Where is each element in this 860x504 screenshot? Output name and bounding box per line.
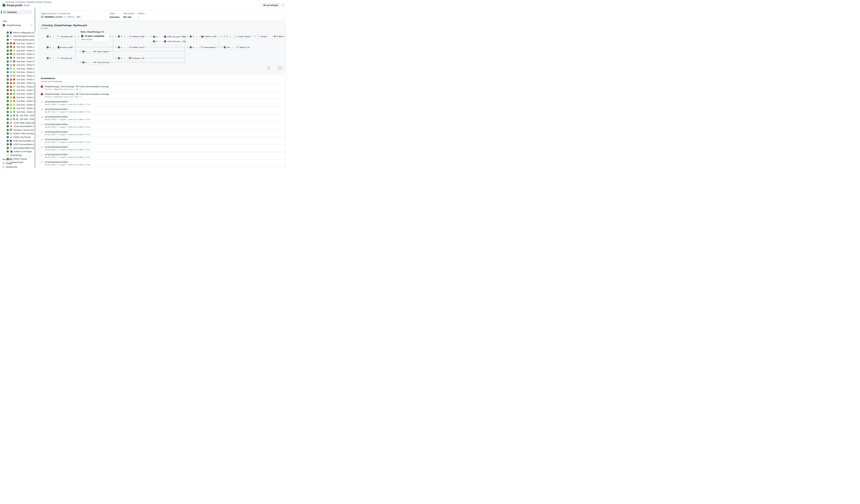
check-icon: ✓ [6,39,9,41]
annotation-message: macOS doesn't support removing hidden fi… [45,118,91,120]
sidebar-job-item[interactable]: ✓Unit Tests - Python 3.9 [0,60,34,63]
sidebar-job-item[interactable]: ✓HTML Documentation using ... [0,139,34,143]
graph-node-extract[interactable]: ✓S... / ... /Extract configur...4s [45,45,72,49]
annotation-title[interactable]: SimplePackage / DocCoverage /Check docum… [45,93,109,95]
sidebar-job-item[interactable]: ✓Check Static Typing using Pyt... [0,121,34,125]
sidebar-job-item[interactable]: ✓Package in Source and Wheel... [0,128,34,132]
graph-node-create-release[interactable]: S... / ... /Create 'Release Pa... [222,34,249,39]
sidebar-job-item[interactable]: ✓✎Generate pipeline parameters [0,38,34,42]
sidebar-job-item[interactable]: ✓Unit Tests - Python 3.12 [0,117,34,121]
graph-node-intermediate[interactable]: ✓S... / ... /Intermediate A...16s [188,45,215,49]
sidebar-job-item[interactable]: ✓Unit Tests - Python 3.13 [0,74,34,78]
sidebar-job-item[interactable]: ✓Unit Tests - Python 3.10 [0,81,34,85]
scrollbar-up-arrow[interactable] [34,8,35,8]
commit-sha[interactable]: d0f07e1 [68,16,74,18]
sidebar-job-item[interactable]: ✓Unit Tests - Python 3.9 [0,96,34,99]
check-icon: ✓ [6,42,9,45]
annotation-title[interactable]: pyTooling/upload-artifact [45,101,91,103]
commit-icon [64,16,67,18]
sidebar-group-simplepackage[interactable]: ✓ SimplePackage [3,24,32,27]
sidebar-job-item[interactable]: ✓Unit Tests - Python 3.9 [0,78,34,81]
breadcrumb-label[interactable]: Verification of Pipeline Templates (Simp… [5,1,52,3]
breadcrumb[interactable]: ← Verification of Pipeline Templates (Si… [2,1,52,3]
sidebar-job-item[interactable]: ✓Extract configurations from p... [0,31,34,34]
group-node-row[interactable]: ✓S... / ... /LaTeX Docume...51s [151,39,182,44]
windows-icon [10,64,12,66]
graph-node-publish-pypi[interactable]: Simple... / ... /Publish to PyPI [256,34,285,39]
graph-node-package[interactable]: ✓S... / ... /Package in Sou...18s [116,56,144,60]
actor-name[interactable]: Paebbels [45,16,54,18]
graph-node-publish-code-cov[interactable]: ✓S... / ... /Publish Code C...20s [116,34,144,39]
sidebar-job-item[interactable]: ✓Unit Tests - Python 3.9 [0,42,34,45]
sidebar-item-workflow-file[interactable]: Workflow file [0,165,34,168]
sidebar-job-item[interactable]: ✓LaTeX Documentation using ... [0,143,34,146]
graph-node-gh-pages[interactable]: ✓S... / ... /Publish to GH-P...7s [188,34,215,39]
check-icon: ✓ [6,60,9,62]
graph-node-generate-2[interactable]: ✓S... / ... /✎Generate pipelin...0s [45,56,72,60]
sidebar-job-item[interactable]: ✓Publish Test Results [0,135,34,139]
annotation-title[interactable]: pyTooling/upload-artifact [45,153,91,156]
group-node-row[interactable]: ✓S... / ... /HTML Docume...55s [151,34,182,39]
sidebar-job-item[interactable]: ✓Unit Tests - Python 3.11 [0,49,34,53]
show-all-jobs-link[interactable]: Show all jobs [81,38,108,41]
annotation-title[interactable]: pyTooling/upload-artifact [45,131,91,133]
graph-node-artifact-cleanup[interactable]: ✓Sim... / ... /Artifact Cleanup4s [222,45,249,49]
sidebar-job-item[interactable]: ✓Unit Tests - Python 3.13 [0,92,34,96]
zoom-out-button[interactable]: − [273,66,277,70]
sidebar-job-item[interactable]: ✓Unit Tests - Python 3.12 [0,71,34,74]
annotation-title-text: pyTooling/upload-artifact [45,131,68,133]
fullscreen-button[interactable] [267,66,271,70]
annotation-row-error: ✗SimplePackage / DocCoverage /Check docu… [38,91,285,99]
sidebar-job-item[interactable]: ✓Publish to GH-Pages [0,150,34,154]
annotation-title[interactable]: pyTooling/upload-artifact [45,138,91,141]
node-label: Extract configur... [60,46,72,48]
annotation-title[interactable]: pyTooling/upload-artifact [45,123,91,125]
sidebar-job-item[interactable]: ReleasePage [0,153,34,157]
scrollbar-thumb[interactable] [34,8,35,32]
graph-node-publish-test[interactable]: ✓S... / ... /Publish Test Re...13s [116,45,144,49]
zoom-in-button[interactable]: + [277,66,282,70]
sidebar-item-summary[interactable]: Summary [2,10,32,14]
sidebar-job-item[interactable]: ✓Unit Tests - Python 3.12 [0,106,34,110]
annotation-title[interactable]: pyTooling/upload-artifact [45,161,91,163]
sidebar-job-item[interactable]: ✓✎Generate pipeline parameters [0,34,34,38]
sidebar-job-item[interactable]: ✓Publish Code Coverage Results [0,132,34,135]
scrollbar-thumb-lower[interactable] [34,83,35,168]
branch-badge[interactable]: dev [76,16,81,18]
avatar[interactable] [41,15,43,18]
sidebar-job-item[interactable]: ✓Unit Tests - Python 3.10 [0,99,34,103]
job-label: LaTeX Documentation using ... [13,143,34,145]
sidebar-job-item[interactable]: ✓Unit Tests - Python 3.13 [0,56,34,60]
annotation-row-warning: ⚠pyTooling/upload-artifactmacOS doesn't … [38,99,285,106]
sidebar-job-item[interactable]: ✓Unit Tests - Python 3.10 [0,45,34,49]
graph-node-check-doc[interactable]: ✓S... / ... /Check docume...18s [81,60,109,64]
graph-node-check-static[interactable]: ✓S... / ... /Check Static Ty...17s [81,49,109,54]
linux-icon [10,46,12,48]
sidebar-job-item[interactable]: ✓Unit Tests - Python 3.11 [0,67,34,71]
annotation-title[interactable]: SimplePackage / DocCoverage /Check docum… [45,85,109,88]
graph-node-generate-1[interactable]: ✓S... / ... /✎Generate pipelin...0s [45,34,72,39]
sidebar-item-usage[interactable]: Usage [0,162,34,165]
sidebar-job-item[interactable]: ✓Unit Tests - Python 3.11 [0,103,34,106]
sidebar-job-item[interactable]: ✓Unit Tests - Python 3.12 [0,114,34,117]
back-arrow-icon[interactable]: ← [2,1,4,3]
sidebar-job-item[interactable]: ✓Check documentation covera... [0,125,34,128]
sidebar-job-item[interactable]: ✓Intermediate Artifact Cleanup [0,146,34,150]
eyes-icon [76,86,78,87]
annotation-title[interactable]: pyTooling/upload-artifact [45,108,91,110]
sidebar-job-item[interactable]: ✓Unit Tests - Python 3.12 [0,88,34,92]
annotation-message: macOS doesn't support removing hidden fi… [45,133,91,135]
rerun-all-jobs-button[interactable]: Re-run all jobs [261,3,280,7]
annotation-title[interactable]: pyTooling/upload-artifact [45,146,91,148]
matrix-node[interactable]: ✓ 22 jobs completed Show all jobs [79,33,110,42]
sidebar-job-item[interactable]: ✓Unit Tests - Python 3.13 [0,110,34,114]
kebab-menu-button[interactable] [282,3,285,7]
annotation-body: pyTooling/upload-artifactmacOS doesn't s… [45,161,91,166]
sidebar-job-item[interactable]: ✓Unit Tests - Python 3.12 [0,53,34,56]
linux-icon [10,42,12,45]
sidebar-job-item[interactable]: ✓Unit Tests - Python 3.11 [0,85,34,88]
annotation-title[interactable]: pyTooling/upload-artifact [45,116,91,118]
check-icon: ✓ [6,49,9,52]
chevron-up-icon[interactable] [31,25,32,27]
sidebar-job-item[interactable]: ✓Unit Tests - Python 3.10 [0,63,34,67]
